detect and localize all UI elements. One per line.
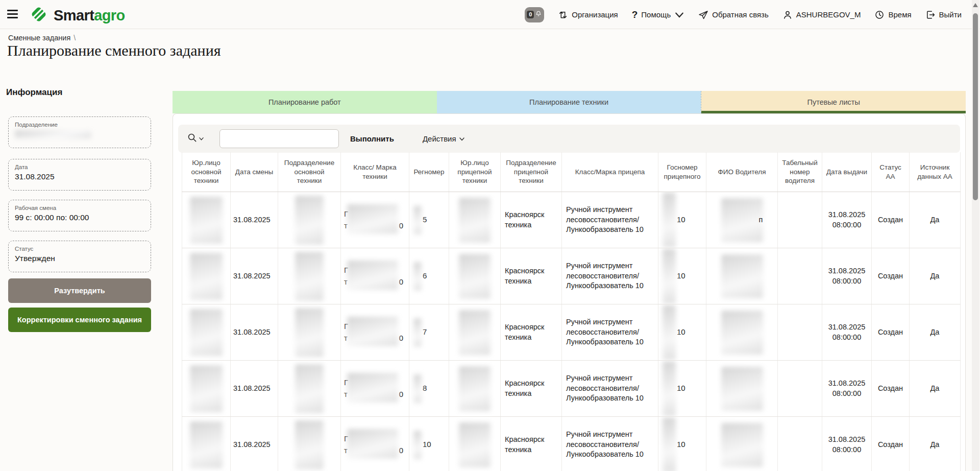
corrections-button[interactable]: Корректировки сменного задания [8, 308, 151, 332]
cell-issue-date: 31.08.202508:00:00 [822, 192, 872, 248]
column-header-10[interactable]: ФИО Водителя [706, 152, 778, 192]
column-header-2[interactable]: Дата смены [231, 152, 278, 192]
cell-regnum: 10 [409, 417, 449, 471]
sync-arrows-icon [558, 10, 568, 20]
page-title: Планирование сменного задания [7, 42, 221, 59]
sidebar-field-value: Утвержден [15, 254, 144, 263]
cell-class-mark: Гт0 [341, 248, 409, 304]
cell-source-aa: Да [910, 192, 961, 248]
column-header-9[interactable]: Госномер прицепного [658, 152, 706, 192]
menu-item-user[interactable]: ASHURBEGOV_M [782, 10, 861, 20]
redacted-blur [190, 421, 223, 468]
sidebar-field-label: Подразделение [15, 122, 144, 128]
breadcrumb-link[interactable]: Сменные задания [8, 34, 70, 42]
redacted-blur [459, 198, 491, 243]
redacted-blur [459, 366, 491, 411]
paper-plane-icon [698, 10, 708, 20]
cell-trailer-gosnum: 10 [658, 361, 706, 416]
menu-item-organization[interactable]: Организация [558, 10, 618, 20]
cell-trailer-gosnum: 10 [658, 192, 706, 248]
cell-source-aa: Да [910, 417, 961, 471]
vertical-scrollbar[interactable] [972, 0, 979, 471]
column-header-7[interactable]: Подразделение прицепной техники [501, 152, 562, 192]
cell-class-mark: Гт0 [341, 192, 409, 248]
redacted-blur [190, 253, 223, 300]
cell-driver-tab-num [778, 417, 822, 471]
redacted-blur [413, 206, 422, 234]
cell-subdivision-trailer: Красноярск техника [501, 417, 562, 471]
redacted-blur [347, 316, 398, 346]
toolbar: Выполнить Действия [178, 125, 960, 153]
tab-bar: Планирование работПланирование техникиПу… [173, 91, 966, 113]
cell-subdivision-main [278, 248, 341, 304]
cell-driver-name [706, 361, 778, 416]
scroll-up-arrow-icon[interactable] [973, 3, 978, 7]
cell-legal-entity-trailer [449, 304, 501, 360]
gosnum-value: 10 [677, 327, 685, 337]
issue-datetime: 31.08.202508:00:00 [828, 210, 866, 230]
cell-driver-tab-num [778, 304, 822, 360]
regnum-value: 6 [423, 271, 427, 281]
redacted-blur [295, 196, 324, 245]
cell-subdivision-main [278, 192, 341, 248]
menu-item-help[interactable]: ?Помощь [632, 9, 685, 20]
hamburger-menu-icon[interactable] [7, 10, 18, 18]
column-header-6[interactable]: Юр.лицо прицепной техники [449, 152, 501, 192]
menu-item-logout[interactable]: Выйти [925, 10, 962, 20]
app-logo[interactable]: Smartagro [29, 4, 125, 27]
search-options-button[interactable] [187, 132, 204, 145]
redacted-blur [190, 365, 223, 412]
column-header-8[interactable]: Класс/Марка прицепа [562, 152, 658, 192]
driver-name-fragment: п [759, 215, 763, 225]
column-header-1[interactable]: Юр.лицо основной техники [182, 152, 231, 192]
table-row[interactable]: 31.08.2025Гт05Красноярск техникаРучной и… [182, 192, 961, 248]
column-header-13[interactable]: Статус АА [872, 152, 910, 192]
cell-shift-date: 31.08.2025 [231, 248, 278, 304]
tab-work-planning[interactable]: Планирование работ [173, 91, 437, 113]
cell-shift-date: 31.08.2025 [231, 361, 278, 416]
notification-badge[interactable]: 0 [525, 7, 544, 22]
cell-trailer-class: Ручной инструмент лесовосстановителя/ Лу… [562, 192, 658, 248]
column-header-11[interactable]: Табельный номер водителя [778, 152, 822, 192]
redacted-blur [413, 374, 422, 403]
menu-item-label: Время [888, 10, 911, 19]
cell-trailer-class: Ручной инструмент лесовосстановителя/ Лу… [562, 417, 658, 471]
column-header-5[interactable]: Регномер [409, 152, 449, 192]
bell-icon [535, 10, 542, 19]
table-row[interactable]: 31.08.2025Гт07Красноярск техникаРучной и… [182, 304, 961, 361]
top-bar: Smartagro 0 Организация?ПомощьОбратная с… [0, 0, 980, 29]
redacted-blur [721, 198, 763, 242]
menu-item-feedback[interactable]: Обратная связь [698, 10, 769, 20]
redacted-blur [413, 262, 422, 291]
column-header-14[interactable]: Источник данных АА [910, 152, 961, 192]
redacted-blur [459, 310, 491, 355]
regnum-value: 10 [423, 439, 431, 450]
actions-menu-button[interactable]: Действия [423, 134, 465, 143]
cell-trailer-class: Ручной инструмент лесовосстановителя/ Лу… [562, 304, 658, 360]
scrollbar-thumb[interactable] [973, 13, 978, 200]
tab-label: Планирование техники [529, 98, 608, 106]
menu-item-label: Обратная связь [712, 10, 769, 19]
search-input[interactable] [219, 129, 339, 148]
redacted-blur [347, 260, 398, 290]
table-row[interactable]: 31.08.2025Гт010Красноярск техникаРучной … [182, 417, 961, 471]
cell-legal-entity-main [182, 248, 231, 304]
menu-item-label: ASHURBEGOV_M [796, 10, 861, 19]
cell-driver-name [706, 417, 778, 471]
waybills-table: Юр.лицо основной техникиДата сменыПодраз… [182, 152, 961, 471]
tab-equipment-planning[interactable]: Планирование техники [437, 91, 701, 113]
cell-driver-tab-num [778, 248, 822, 304]
table-row[interactable]: 31.08.2025Гт06Красноярск техникаРучной и… [182, 248, 961, 304]
menu-item-time[interactable]: Время [874, 10, 911, 20]
tab-waybills[interactable]: Путевые листы [701, 91, 966, 113]
cell-issue-date: 31.08.202508:00:00 [822, 248, 872, 304]
column-header-3[interactable]: Подразделение основной техники [278, 152, 341, 192]
column-header-4[interactable]: Класс/ Марка техники [341, 152, 409, 192]
column-header-12[interactable]: Дата выдачи [822, 152, 872, 192]
unapprove-button[interactable]: Разутвердить [8, 278, 151, 303]
cell-trailer-gosnum: 10 [658, 417, 706, 471]
redacted-blur [15, 130, 91, 138]
redacted-blur [721, 367, 763, 411]
table-row[interactable]: 31.08.2025Гт08Красноярск техникаРучной и… [182, 361, 961, 417]
execute-button[interactable]: Выполнить [350, 134, 394, 143]
